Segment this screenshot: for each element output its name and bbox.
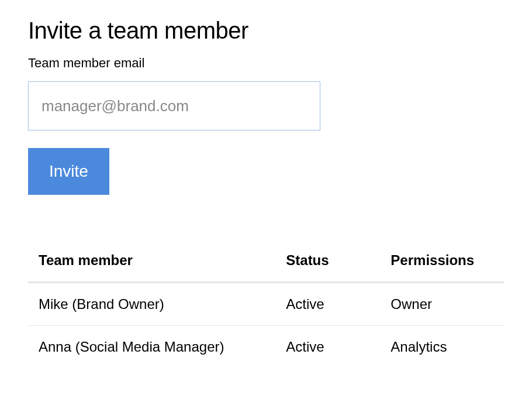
cell-member: Anna (Social Media Manager) (28, 326, 275, 369)
email-field-label: Team member email (28, 56, 504, 71)
cell-member: Mike (Brand Owner) (28, 283, 275, 326)
table-header-permissions: Permissions (380, 242, 504, 283)
invite-button[interactable]: Invite (28, 148, 109, 195)
cell-permissions: Analytics (380, 326, 504, 369)
cell-status: Active (275, 283, 380, 326)
table-header-member: Team member (28, 242, 275, 283)
cell-permissions: Owner (380, 283, 504, 326)
table-row: Anna (Social Media Manager) Active Analy… (28, 326, 504, 369)
table-header-status: Status (275, 242, 380, 283)
table-row: Mike (Brand Owner) Active Owner (28, 283, 504, 326)
email-field[interactable] (28, 81, 320, 130)
cell-status: Active (275, 326, 380, 369)
team-members-table: Team member Status Permissions Mike (Bra… (28, 242, 504, 368)
page-title: Invite a team member (28, 18, 504, 44)
